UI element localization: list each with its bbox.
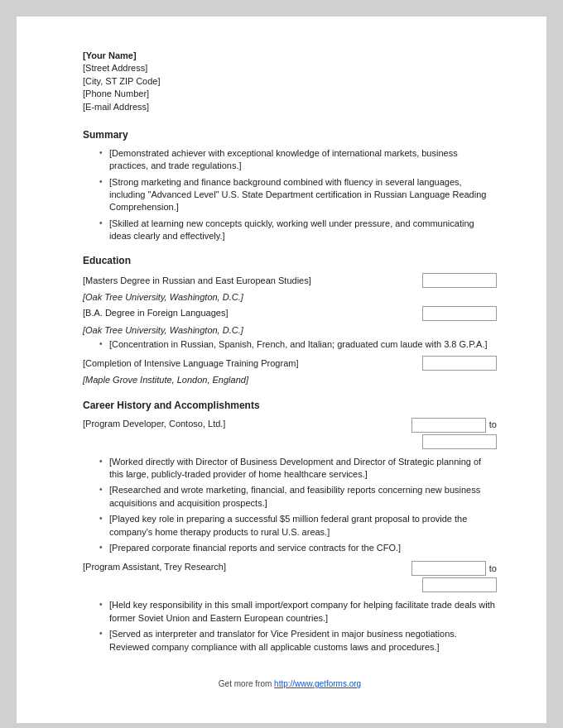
ba-degree-input[interactable] [422, 306, 497, 321]
job1-date-inputs: to [411, 418, 497, 433]
city-state-zip: [City, ST ZIP Code] [83, 75, 497, 88]
masters-degree-input[interactable] [422, 273, 497, 288]
summary-title: Summary [83, 128, 497, 142]
job2-header-row: [Program Assistant, Trey Research] to [83, 561, 497, 576]
job1-end-input[interactable] [422, 434, 497, 449]
program-text: [Completion of Intensive Language Traini… [83, 357, 299, 370]
job1-start-input[interactable] [411, 418, 486, 433]
job1-end-row [83, 434, 497, 449]
job2-bullet-1: [Held key responsibility in this small i… [99, 599, 497, 625]
email-address: [E-mail Address] [83, 101, 497, 113]
job2-end-input[interactable] [422, 577, 497, 592]
first-school: [Oak Tree University, Washington, D.C.] [83, 291, 497, 304]
edu-bullets: [Concentration in Russian, Spanish, Fren… [83, 338, 497, 351]
job1-bullet-2: [Researched and wrote marketing, financi… [99, 484, 497, 510]
phone-number: [Phone Number] [83, 88, 497, 100]
program-row: [Completion of Intensive Language Traini… [83, 356, 497, 371]
job1-bullet-4: [Prepared corporate financial reports an… [99, 542, 497, 554]
education-title: Education [83, 254, 497, 268]
footer-text: Get more from [219, 679, 274, 688]
program-school: [Maple Grove Institute, London, England] [83, 374, 497, 386]
summary-item-1: [Demonstrated achiever with exceptional … [99, 147, 497, 173]
job2-to-label: to [489, 563, 497, 575]
career-title: Career History and Accomplishments [83, 399, 497, 413]
job2-bullet-2: [Served as interpreter and translator fo… [99, 628, 497, 654]
ba-degree-text: [B.A. Degree in Foreign Languages] [83, 307, 229, 319]
second-school: [Oak Tree University, Washington, D.C.] [83, 324, 497, 337]
job1-title: [Program Developer, Contoso, Ltd.] [83, 418, 225, 430]
summary-item-3: [Skilled at learning new concepts quickl… [99, 218, 497, 243]
edu-bullet-1: [Concentration in Russian, Spanish, Fren… [99, 338, 497, 351]
footer-section: Get more from http://www.getforms.org [83, 678, 497, 690]
resume-page: [Your Name] [Street Address] [City, ST Z… [17, 17, 546, 723]
footer-link[interactable]: http://www.getforms.org [274, 679, 361, 688]
education-section: Education [Masters Degree in Russian and… [83, 254, 497, 386]
job2-date-inputs: to [411, 561, 497, 576]
street-address: [Street Address] [83, 62, 497, 74]
job1-header-row: [Program Developer, Contoso, Ltd.] to [83, 418, 497, 433]
header-section: [Your Name] [Street Address] [City, ST Z… [83, 50, 497, 113]
career-section: Career History and Accomplishments [Prog… [83, 399, 497, 654]
summary-section: Summary [Demonstrated achiever with exce… [83, 128, 497, 243]
job1-bullets: [Worked directly with Director of Busine… [83, 456, 497, 555]
job2-bullets: [Held key responsibility in this small i… [83, 599, 497, 654]
job1-to-label: to [489, 419, 497, 431]
ba-degree-row: [B.A. Degree in Foreign Languages] [83, 306, 497, 321]
summary-list: [Demonstrated achiever with exceptional … [83, 147, 497, 243]
job2-start-input[interactable] [411, 561, 486, 576]
resume-name: [Your Name] [83, 50, 497, 62]
masters-degree-text: [Masters Degree in Russian and East Euro… [83, 275, 311, 287]
job1-bullet-3: [Played key role in preparing a successf… [99, 513, 497, 539]
job2-end-row [83, 577, 497, 592]
summary-item-2: [Strong marketing and finance background… [99, 176, 497, 214]
job2-title: [Program Assistant, Trey Research] [83, 561, 226, 573]
job1-bullet-1: [Worked directly with Director of Busine… [99, 456, 497, 481]
program-input[interactable] [422, 356, 497, 371]
masters-degree-row: [Masters Degree in Russian and East Euro… [83, 273, 497, 288]
